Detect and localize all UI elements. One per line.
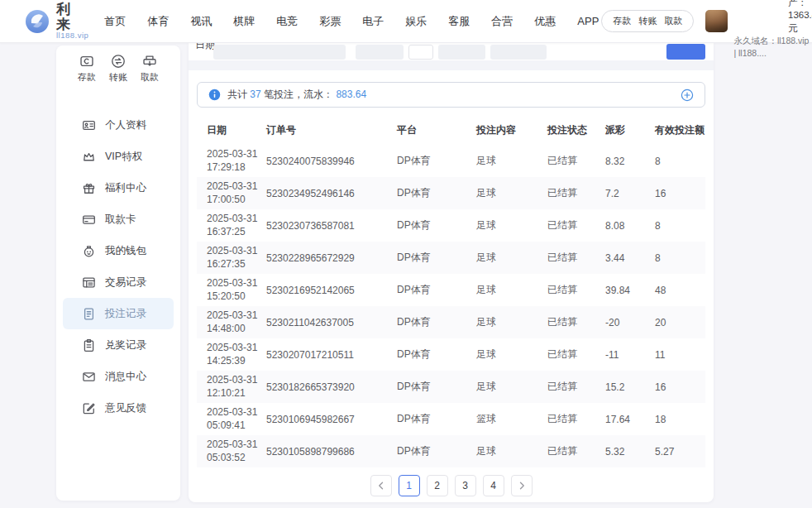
quick-action[interactable]: 存款 — [74, 54, 99, 87]
page-button[interactable]: 1 — [399, 475, 420, 496]
filter-divider — [189, 60, 714, 70]
cell-platform: DP体育 — [387, 274, 466, 306]
avatar[interactable] — [705, 10, 728, 32]
cell-valid-amount: 18 — [645, 403, 705, 435]
column-header: 投注状态 — [537, 116, 595, 145]
main-nav: 首页体育视讯棋牌电竞彩票电子娱乐客服合营优惠APP — [102, 11, 601, 32]
wallet-icon — [82, 244, 96, 258]
permanent-domain: 永久域名：ll188.vip | ll188.... — [733, 35, 809, 58]
nav-item[interactable]: 娱乐 — [403, 11, 429, 32]
cell-order: 5230234952496146 — [256, 177, 387, 209]
sidebar-item[interactable]: 消息中心 — [56, 361, 180, 392]
cell-valid-amount: 5.27 — [645, 435, 705, 467]
nav-item[interactable]: 电竞 — [274, 11, 300, 32]
withdraw-icon — [142, 54, 157, 69]
feedback-icon — [82, 401, 96, 415]
cell-valid-amount: 48 — [645, 274, 705, 306]
quick-action-label: 存款 — [78, 71, 96, 84]
nav-item[interactable]: 合营 — [489, 11, 515, 32]
page-button[interactable]: 2 — [427, 475, 448, 496]
sidebar-item-label: VIP特权 — [105, 150, 142, 164]
bet-records-icon — [82, 307, 96, 321]
sidebar-menu: 个人资料VIP特权福利中心取款卡我的钱包交易记录投注记录兑奖记录消息中心意见反馈 — [56, 109, 180, 424]
total-assets: 总资产：1363.49元 — [788, 0, 812, 35]
cell-status: 已结算 — [537, 242, 595, 274]
cell-order: 5230228965672929 — [256, 242, 387, 274]
cell-content: 足球 — [466, 306, 537, 338]
date-range-input[interactable] — [213, 45, 346, 60]
cell-content: 足球 — [466, 274, 537, 306]
sidebar-item-label: 交易记录 — [105, 276, 146, 290]
sidebar-item[interactable]: 意见反馈 — [56, 392, 180, 424]
sidebar-item[interactable]: 交易记录 — [56, 266, 180, 298]
cell-content: 足球 — [466, 242, 537, 274]
pill-action[interactable]: 取款 — [664, 15, 682, 27]
table-row: 2025-03-3117:29:185230240075839946DP体育足球… — [197, 145, 705, 177]
cell-status: 已结算 — [537, 435, 595, 467]
sidebar-item[interactable]: 兑奖记录 — [56, 329, 180, 361]
sidebar-item[interactable]: VIP特权 — [56, 141, 180, 172]
cell-status: 已结算 — [537, 209, 595, 242]
quick-action[interactable]: 转账 — [106, 54, 131, 87]
plus-circle-icon[interactable] — [681, 89, 694, 102]
filter-date-label: 日期 — [195, 43, 215, 52]
table-row: 2025-03-3115:20:505230216952142065DP体育足球… — [197, 274, 705, 306]
cell-date: 2025-03-3112:10:21 — [197, 371, 256, 403]
page-button[interactable]: 4 — [483, 475, 504, 496]
cell-platform: DP体育 — [387, 306, 466, 338]
pill-action[interactable]: 存款 — [613, 15, 631, 27]
cell-payout: 17.64 — [595, 403, 645, 435]
transactions-icon — [82, 276, 96, 290]
sidebar-item[interactable]: 投注记录 — [63, 298, 174, 329]
sidebar-item[interactable]: 福利中心 — [56, 172, 180, 204]
cell-order: 5230207017210511 — [256, 338, 387, 371]
cell-payout: 5.32 — [595, 435, 645, 467]
nav-item[interactable]: 棋牌 — [231, 11, 257, 32]
next-page-button[interactable] — [511, 475, 533, 496]
sidebar-item-label: 个人资料 — [105, 118, 146, 132]
nav-item[interactable]: APP — [575, 12, 601, 31]
message-icon — [82, 370, 96, 384]
cell-platform: DP体育 — [387, 435, 466, 467]
cell-date: 2025-03-3114:48:00 — [197, 306, 256, 338]
sidebar-item[interactable]: 我的钱包 — [56, 235, 180, 266]
cell-order: 5230106945982667 — [256, 403, 387, 435]
pill-action[interactable]: 转账 — [638, 15, 657, 27]
cell-valid-amount: 16 — [645, 177, 705, 209]
nav-item[interactable]: 首页 — [102, 11, 128, 32]
nav-item[interactable]: 彩票 — [317, 11, 343, 32]
cell-date: 2025-03-3116:27:35 — [197, 242, 256, 274]
filter-segment[interactable] — [356, 45, 404, 60]
sidebar-item[interactable]: 个人资料 — [56, 109, 180, 141]
transfer-icon — [111, 54, 126, 69]
nav-item[interactable]: 电子 — [360, 11, 386, 32]
quick-action[interactable]: 取款 — [137, 54, 162, 87]
filter-segment[interactable] — [438, 45, 485, 60]
logo[interactable]: 利来 ll188.vip — [25, 2, 88, 41]
nav-item[interactable]: 优惠 — [532, 11, 558, 32]
table-body: 2025-03-3117:29:185230240075839946DP体育足球… — [197, 145, 705, 467]
column-header: 派彩 — [595, 116, 645, 145]
pagination: 1234 — [189, 475, 714, 496]
cell-content: 足球 — [466, 338, 537, 371]
cell-valid-amount: 20 — [645, 306, 705, 338]
cell-valid-amount: 8 — [645, 209, 705, 242]
sidebar: 存款转账取款 个人资料VIP特权福利中心取款卡我的钱包交易记录投注记录兑奖记录消… — [56, 46, 180, 501]
nav-item[interactable]: 客服 — [446, 11, 472, 32]
info-icon — [208, 89, 221, 101]
cell-platform: DP体育 — [387, 371, 466, 403]
prev-page-button[interactable] — [370, 475, 392, 496]
filter-segment[interactable] — [408, 45, 433, 60]
nav-item[interactable]: 体育 — [145, 11, 171, 32]
cell-content: 足球 — [466, 209, 537, 242]
sidebar-item[interactable]: 取款卡 — [56, 204, 180, 235]
cell-date: 2025-03-3117:00:50 — [197, 177, 256, 209]
sidebar-item-label: 兑奖记录 — [105, 338, 146, 352]
sidebar-item-label: 我的钱包 — [105, 244, 146, 258]
cell-valid-amount: 8 — [645, 145, 705, 177]
deposit-icon — [79, 54, 94, 69]
nav-item[interactable]: 视讯 — [188, 11, 214, 32]
filter-segment[interactable] — [490, 45, 547, 60]
page-button[interactable]: 3 — [455, 475, 476, 496]
column-header: 订单号 — [256, 116, 387, 145]
